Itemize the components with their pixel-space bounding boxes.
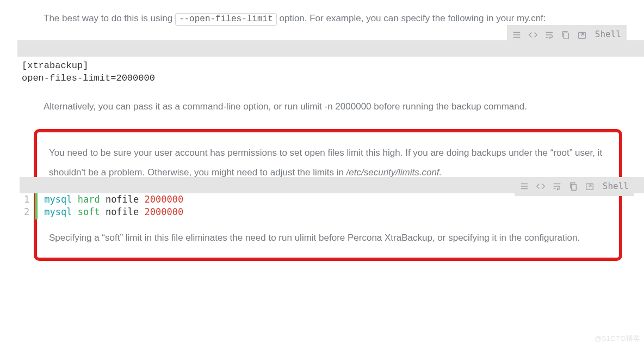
wrap-icon[interactable] [544,29,555,40]
code-content-limits: 1 2 mysql hard nofile 2000000 mysql soft… [2,192,644,219]
svg-rect-0 [564,33,568,39]
intro-suffix: option. For example, you can specify the… [279,13,546,23]
code-block-limits: Shell 1 2 mysql hard nofile 2000000 [2,192,644,219]
code-icon[interactable] [535,181,546,192]
box-paragraph-2: Specifying a “soft” limit in this file e… [39,229,617,247]
copy-icon[interactable] [560,29,571,40]
line-number-gutter: 1 2 [24,192,35,219]
menu-icon[interactable] [511,29,522,40]
svg-rect-2 [571,185,576,191]
alt-paragraph: Alternatively, you can pass it as a comm… [0,98,644,115]
wrap-icon[interactable] [552,181,562,192]
highlight-box: You need to be sure your user account ha… [34,129,622,261]
code-content-mycnf: [xtrabackup] open-files-limit=2000000 [0,57,644,88]
open-external-icon[interactable] [577,29,587,40]
code-toolbar: Shell [507,25,627,44]
code-icon[interactable] [528,29,538,40]
code-lines: mysql hard nofile 2000000 mysql soft nof… [44,192,183,219]
code-line: mysql hard nofile 2000000 [44,193,183,206]
code-accent-bar [35,192,38,219]
inline-code-open-files-limit: --open-files-limit [175,13,277,26]
open-external-icon[interactable] [584,181,595,192]
code-language-label: Shell [600,178,629,194]
code-line: mysql soft nofile 2000000 [44,206,183,218]
copy-icon[interactable] [568,181,579,192]
box-paragraph-1: You need to be sure your user account ha… [39,144,617,182]
code-toolbar: Shell [515,177,634,196]
page: 6. Increase the limit on the number of f… [0,0,644,266]
code-language-label: Shell [593,26,621,42]
menu-icon[interactable] [519,181,530,192]
code-block-mycnf: Shell [xtrabackup] open-files-limit=2000… [0,40,644,88]
intro-prefix: The best way to do this is using [44,13,175,23]
